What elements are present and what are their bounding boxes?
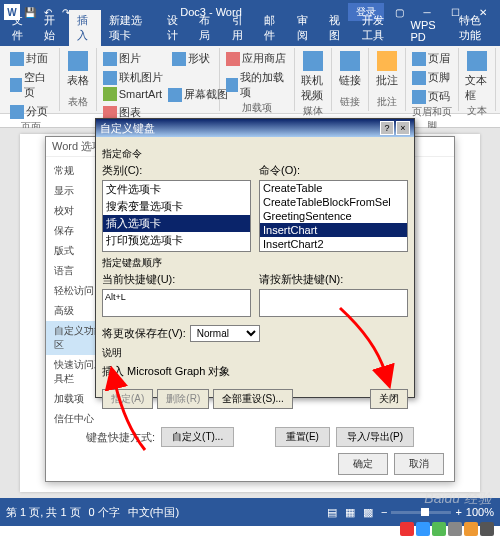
pagenum-button[interactable]: 页码 — [410, 88, 454, 105]
kb-new-label: 请按新快捷键(N): — [259, 272, 408, 287]
link-icon — [340, 51, 360, 71]
online-pictures-button[interactable]: 联机图片 — [101, 69, 168, 86]
kb-desc-label: 说明 — [102, 346, 408, 360]
list-item[interactable]: InsertChart — [260, 223, 407, 237]
smartart-icon — [103, 87, 117, 101]
blank-page-button[interactable]: 空白页 — [8, 69, 55, 101]
video-button[interactable]: 联机视频 — [299, 50, 327, 104]
list-item[interactable]: InsertExcelTable — [260, 251, 407, 252]
list-item[interactable]: 打印预览选项卡 — [103, 232, 250, 249]
customize-shortcuts-button[interactable]: 自定义(T)... — [161, 427, 234, 447]
comment-button[interactable]: 批注 — [373, 50, 401, 89]
ime-icon[interactable] — [480, 522, 494, 536]
tab-insert[interactable]: 插入 — [69, 10, 101, 46]
tab-wps[interactable]: WPS PD — [403, 16, 452, 46]
picture-icon — [103, 52, 117, 66]
kb-current-label: 当前快捷键(U): — [102, 272, 251, 287]
tab-layout[interactable]: 布局 — [191, 10, 223, 46]
kb-close-button[interactable]: 关闭 — [370, 389, 408, 409]
list-item[interactable]: 大纲显示选项卡 — [103, 249, 250, 252]
list-item[interactable]: 插入选项卡 — [103, 215, 250, 232]
status-page[interactable]: 第 1 页, 共 1 页 — [6, 505, 81, 520]
kb-close-icon[interactable]: × — [396, 121, 410, 135]
tab-file[interactable]: 文件 — [4, 10, 36, 46]
tab-dev[interactable]: 开发工具 — [354, 10, 403, 46]
kb-remove-button[interactable]: 删除(R) — [157, 389, 209, 409]
onlinepic-icon — [103, 71, 117, 85]
ime-icon[interactable] — [432, 522, 446, 536]
kb-reset-button[interactable]: 全部重设(S)... — [213, 389, 293, 409]
kb-command-list[interactable]: CreateTable CreateTableBlockFromSel Gree… — [259, 180, 408, 252]
list-item[interactable]: CreateTableBlockFromSel — [260, 195, 407, 209]
group-tables-label: 表格 — [64, 95, 92, 109]
store-button[interactable]: 应用商店 — [224, 50, 290, 67]
ime-icon[interactable] — [416, 522, 430, 536]
screenshot-icon — [168, 88, 182, 102]
ime-icon[interactable] — [448, 522, 462, 536]
list-item[interactable]: CreateTable — [260, 181, 407, 195]
coverpage-icon — [10, 52, 24, 66]
links-button[interactable]: 链接 — [336, 50, 364, 89]
kb-category-label: 类别(C): — [102, 163, 251, 178]
comment-icon — [377, 51, 397, 71]
footer-button[interactable]: 页脚 — [410, 69, 454, 86]
kb-savein-select[interactable]: Normal — [190, 325, 260, 342]
table-button[interactable]: 表格 — [64, 50, 92, 89]
zoom-slider[interactable] — [391, 511, 451, 514]
group-text-label: 文本 — [463, 104, 491, 118]
tab-review[interactable]: 审阅 — [289, 10, 321, 46]
tab-special[interactable]: 特色功能 — [451, 10, 500, 46]
ime-toolbar — [400, 522, 494, 536]
view-print-icon[interactable]: ▦ — [345, 506, 355, 519]
group-media-label: 媒体 — [299, 104, 327, 118]
blankpage-icon — [10, 78, 22, 92]
reset-button[interactable]: 重置(E) — [275, 427, 330, 447]
kb-help-icon[interactable]: ? — [380, 121, 394, 135]
shapes-icon — [172, 52, 186, 66]
header-button[interactable]: 页眉 — [410, 50, 454, 67]
kb-new-key-input[interactable] — [259, 289, 408, 317]
tab-design[interactable]: 设计 — [159, 10, 191, 46]
tab-references[interactable]: 引用 — [224, 10, 256, 46]
import-export-button[interactable]: 导入/导出(P) — [336, 427, 414, 447]
kb-desc-text: 插入 Microsoft Graph 对象 — [102, 362, 408, 381]
tab-mail[interactable]: 邮件 — [256, 10, 288, 46]
shapes-button[interactable]: 形状 — [170, 50, 215, 67]
pagenum-icon — [412, 90, 426, 104]
tab-custom[interactable]: 新建选项卡 — [101, 10, 158, 46]
list-item[interactable]: InsertChart2 — [260, 237, 407, 251]
addins-button[interactable]: 我的加载项 — [224, 69, 290, 101]
options-ok-button[interactable]: 确定 — [338, 453, 388, 475]
table-icon — [68, 51, 88, 71]
kb-assign-button[interactable]: 指定(A) — [102, 389, 153, 409]
zoom-out-icon[interactable]: − — [381, 506, 387, 518]
addins-icon — [226, 78, 238, 92]
status-language[interactable]: 中文(中国) — [128, 505, 179, 520]
smartart-button[interactable]: SmartArt — [101, 86, 164, 102]
view-read-icon[interactable]: ▤ — [327, 506, 337, 519]
video-icon — [303, 51, 323, 71]
group-comments-label: 批注 — [373, 95, 401, 109]
pictures-button[interactable]: 图片 — [101, 50, 168, 67]
list-item[interactable]: GreetingSentence — [260, 209, 407, 223]
footer-icon — [412, 71, 426, 85]
view-web-icon[interactable]: ▩ — [363, 506, 373, 519]
ribbon-tabs: 文件 开始 插入 新建选项卡 设计 布局 引用 邮件 审阅 视图 开发工具 WP… — [0, 24, 500, 46]
kb-current-keys[interactable]: Alt+L — [102, 289, 251, 317]
watermark: Baidu 经验 — [424, 490, 492, 508]
options-cancel-button[interactable]: 取消 — [394, 453, 444, 475]
textbox-button[interactable]: 文本框 — [463, 50, 491, 104]
ime-icon[interactable] — [400, 522, 414, 536]
cover-page-button[interactable]: 封面 — [8, 50, 55, 67]
tab-home[interactable]: 开始 — [36, 10, 68, 46]
list-item[interactable]: 文件选项卡 — [103, 181, 250, 198]
group-links-label: 链接 — [336, 95, 364, 109]
ime-icon[interactable] — [464, 522, 478, 536]
header-icon — [412, 52, 426, 66]
kb-category-list[interactable]: 文件选项卡 搜索变量选项卡 插入选项卡 打印预览选项卡 大纲显示选项卡 背景消除… — [102, 180, 251, 252]
list-item[interactable]: 搜索变量选项卡 — [103, 198, 250, 215]
tab-view[interactable]: 视图 — [321, 10, 353, 46]
kb-dialog-title: 自定义键盘 — [100, 121, 155, 136]
page-break-button[interactable]: 分页 — [8, 103, 55, 120]
status-words[interactable]: 0 个字 — [89, 505, 120, 520]
